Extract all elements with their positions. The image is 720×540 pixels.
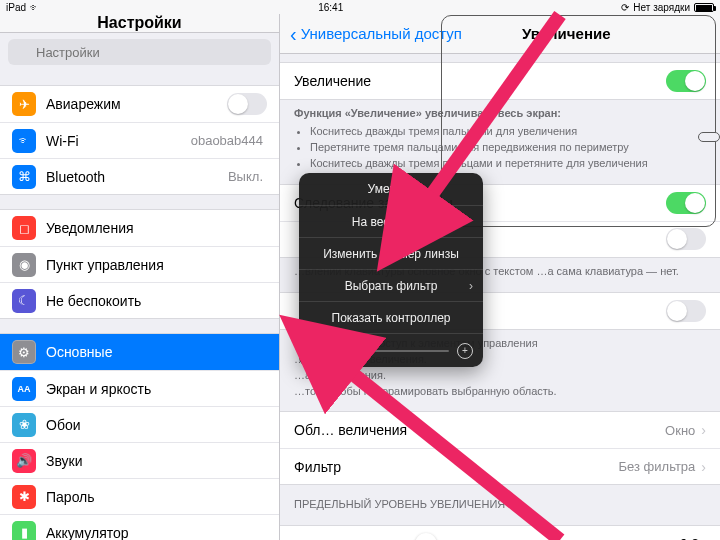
bluetooth-label: Bluetooth bbox=[46, 169, 228, 185]
popover-choose-filter[interactable]: Выбрать фильтр› bbox=[299, 269, 483, 301]
display-label: Экран и яркость bbox=[46, 381, 267, 397]
wallpaper-label: Обои bbox=[46, 417, 267, 433]
zoom-in-icon[interactable]: + bbox=[457, 343, 473, 359]
popover-zoom-slider[interactable]: – + bbox=[299, 333, 483, 367]
zoom-toggle-row[interactable]: Увеличение bbox=[280, 63, 720, 99]
max-zoom-slider-row: 6,2x bbox=[280, 526, 720, 540]
bluetooth-value: Выкл. bbox=[228, 169, 263, 184]
sidebar-item-wifi[interactable]: ᯤ Wi-Fi obaobab444 bbox=[0, 122, 279, 158]
device-label: iPad bbox=[6, 2, 26, 13]
detail-header: ‹ Универсальный доступ Увеличение bbox=[280, 14, 720, 54]
zoom-hint-3: Коснитесь дважды тремя пальцами и перетя… bbox=[310, 156, 706, 172]
wifi-label: Wi-Fi bbox=[46, 133, 191, 149]
dnd-icon: ☾ bbox=[12, 289, 36, 313]
zoom-hint-title: Функция «Увеличение» увеличивает весь эк… bbox=[294, 107, 561, 119]
zoom-hint-2: Перетяните тремя пальцами для передвижен… bbox=[310, 140, 706, 156]
zoom-region-value: Окно bbox=[665, 423, 695, 438]
passcode-label: Пароль bbox=[46, 489, 267, 505]
general-label: Основные bbox=[46, 344, 267, 360]
show-controller-switch[interactable] bbox=[666, 300, 706, 322]
wallpaper-icon: ❀ bbox=[12, 413, 36, 437]
zoom-region-label: Обл… величения bbox=[294, 422, 665, 438]
sidebar-item-notifications[interactable]: ◻ Уведомления bbox=[0, 210, 279, 246]
zoom-toggle-label: Увеличение bbox=[294, 73, 666, 89]
battery-label: Аккумулятор bbox=[46, 525, 267, 541]
chevron-left-icon: ‹ bbox=[290, 24, 297, 44]
zoom-filter-label: Фильтр bbox=[294, 459, 619, 475]
wifi-row-icon: ᯤ bbox=[12, 129, 36, 153]
zoom-popover: Умень… На весь экран Изменить размер лин… bbox=[299, 173, 483, 367]
chevron-right-icon: › bbox=[701, 459, 706, 475]
control-center-label: Пункт управления bbox=[46, 257, 267, 273]
sidebar-item-airplane[interactable]: ✈ Авиарежим bbox=[0, 86, 279, 122]
smart-typing-switch[interactable] bbox=[666, 228, 706, 250]
sidebar-title: Настройки bbox=[0, 14, 279, 33]
sounds-icon: 🔊 bbox=[12, 449, 36, 473]
sidebar-group-3: ⚙ Основные AA Экран и яркость ❀ Обои 🔊 З… bbox=[0, 333, 279, 540]
back-button[interactable]: ‹ Универсальный доступ bbox=[290, 24, 462, 44]
sidebar-item-bluetooth[interactable]: ⌘ Bluetooth Выкл. bbox=[0, 158, 279, 194]
airplane-icon: ✈ bbox=[12, 92, 36, 116]
charging-icon: ⟳ bbox=[621, 2, 629, 13]
general-icon: ⚙ bbox=[12, 340, 36, 364]
wifi-value: obaobab444 bbox=[191, 133, 263, 148]
wifi-icon: ᯤ bbox=[30, 2, 40, 13]
sidebar-item-control-center[interactable]: ◉ Пункт управления bbox=[0, 246, 279, 282]
chevron-right-icon: › bbox=[701, 422, 706, 438]
chevron-right-icon: › bbox=[469, 279, 473, 293]
popover-show-controller[interactable]: Показать контроллер bbox=[299, 301, 483, 333]
control-center-icon: ◉ bbox=[12, 253, 36, 277]
page-title: Увеличение bbox=[522, 25, 611, 42]
zoom-hint: Функция «Увеличение» увеличивает весь эк… bbox=[280, 100, 720, 172]
zoom-out-icon[interactable]: – bbox=[309, 343, 325, 359]
sidebar-group-1: ✈ Авиарежим ᯤ Wi-Fi obaobab444 ⌘ Bluetoo… bbox=[0, 85, 279, 195]
notifications-label: Уведомления bbox=[46, 220, 267, 236]
sounds-label: Звуки bbox=[46, 453, 267, 469]
popover-choose-filter-label: Выбрать фильтр bbox=[345, 279, 438, 293]
dnd-label: Не беспокоить bbox=[46, 293, 267, 309]
follow-focus-switch[interactable] bbox=[666, 192, 706, 214]
status-bar: iPad ᯤ 16:41 ⟳ Нет зарядки bbox=[0, 0, 720, 14]
sidebar-item-sounds[interactable]: 🔊 Звуки bbox=[0, 442, 279, 478]
zoom-filter-row[interactable]: Фильтр Без фильтра › bbox=[280, 448, 720, 484]
back-label: Универсальный доступ bbox=[301, 25, 462, 42]
sidebar: Настройки 🔍 ✈ Авиарежим ᯤ Wi-Fi obaobab4… bbox=[0, 14, 280, 540]
max-zoom-value: 6,2x bbox=[670, 536, 706, 540]
popover-zoom-out-label: Умень… bbox=[368, 182, 415, 196]
sidebar-item-display[interactable]: AA Экран и яркость bbox=[0, 370, 279, 406]
popover-fullscreen-label: На весь экран bbox=[352, 215, 431, 229]
zoom-region-row[interactable]: Обл… величения Окно › bbox=[280, 412, 720, 448]
sidebar-item-passcode[interactable]: ✱ Пароль bbox=[0, 478, 279, 514]
status-time: 16:41 bbox=[318, 2, 343, 13]
battery-row-icon: ▮ bbox=[12, 521, 36, 541]
passcode-icon: ✱ bbox=[12, 485, 36, 509]
airplane-switch[interactable] bbox=[227, 93, 267, 115]
battery-icon bbox=[694, 3, 714, 12]
display-icon: AA bbox=[12, 377, 36, 401]
sidebar-item-battery[interactable]: ▮ Аккумулятор bbox=[0, 514, 279, 540]
popover-resize-lens[interactable]: Изменить размер линзы bbox=[299, 237, 483, 269]
zoom-switch[interactable] bbox=[666, 70, 706, 92]
charging-label: Нет зарядки bbox=[633, 2, 690, 13]
notifications-icon: ◻ bbox=[12, 216, 36, 240]
search-input[interactable] bbox=[8, 39, 271, 65]
popover-resize-lens-label: Изменить размер линзы bbox=[323, 247, 459, 261]
sidebar-item-wallpaper[interactable]: ❀ Обои bbox=[0, 406, 279, 442]
zoom-filter-value: Без фильтра bbox=[619, 459, 696, 474]
popover-show-controller-label: Показать контроллер bbox=[332, 311, 451, 325]
sidebar-group-2: ◻ Уведомления ◉ Пункт управления ☾ Не бе… bbox=[0, 209, 279, 319]
airplane-label: Авиарежим bbox=[46, 96, 227, 112]
bluetooth-icon: ⌘ bbox=[12, 165, 36, 189]
max-zoom-caption: ПРЕДЕЛЬНЫЙ УРОВЕНЬ УВЕЛИЧЕНИЯ bbox=[280, 485, 720, 513]
sidebar-item-dnd[interactable]: ☾ Не беспокоить bbox=[0, 282, 279, 318]
popover-fullscreen[interactable]: На весь экран bbox=[299, 205, 483, 237]
popover-zoom-out[interactable]: Умень… bbox=[299, 173, 483, 205]
zoom-hint-1: Коснитесь дважды тремя пальцами для увел… bbox=[310, 124, 706, 140]
sidebar-item-general[interactable]: ⚙ Основные bbox=[0, 334, 279, 370]
